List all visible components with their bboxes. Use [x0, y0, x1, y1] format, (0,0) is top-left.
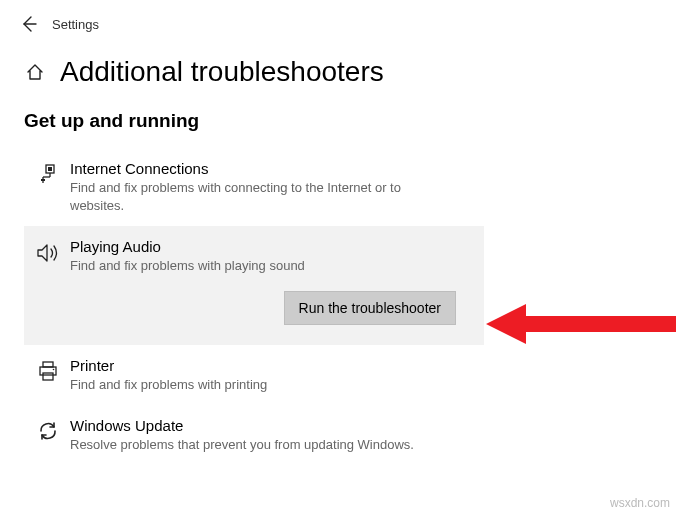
troubleshooter-list: Internet Connections Find and fix proble… — [24, 148, 484, 466]
section-title: Get up and running — [24, 110, 656, 132]
item-title: Playing Audio — [70, 238, 456, 255]
title-bar: Settings — [0, 0, 680, 42]
window-title: Settings — [52, 17, 99, 32]
troubleshooter-windows-update[interactable]: Windows Update Resolve problems that pre… — [24, 405, 484, 466]
svg-rect-6 — [41, 179, 45, 181]
home-button[interactable] — [24, 61, 46, 83]
run-troubleshooter-button[interactable]: Run the troubleshooter — [284, 291, 456, 325]
page-title: Additional troubleshooters — [60, 56, 384, 88]
red-arrow-icon — [486, 302, 676, 346]
item-desc: Find and fix problems with connecting to… — [70, 179, 456, 214]
back-button[interactable] — [14, 10, 42, 38]
watermark: wsxdn.com — [610, 496, 670, 510]
item-title: Windows Update — [70, 417, 456, 434]
svg-rect-2 — [48, 167, 52, 171]
troubleshooter-playing-audio[interactable]: Playing Audio Find and fix problems with… — [24, 226, 484, 345]
update-icon — [32, 417, 64, 454]
item-desc: Resolve problems that prevent you from u… — [70, 436, 456, 454]
item-title: Internet Connections — [70, 160, 456, 177]
home-icon — [25, 62, 45, 82]
annotation-arrow — [486, 302, 676, 346]
svg-rect-7 — [43, 362, 53, 367]
troubleshooter-printer[interactable]: Printer Find and fix problems with print… — [24, 345, 484, 406]
arrow-left-icon — [19, 15, 37, 33]
svg-marker-11 — [486, 304, 676, 344]
content-area: Additional troubleshooters Get up and ru… — [0, 42, 680, 482]
item-title: Printer — [70, 357, 456, 374]
network-icon — [32, 160, 64, 214]
svg-rect-9 — [43, 373, 53, 380]
svg-point-10 — [53, 368, 55, 370]
item-desc: Find and fix problems with printing — [70, 376, 456, 394]
item-desc: Find and fix problems with playing sound — [70, 257, 456, 275]
troubleshooter-internet-connections[interactable]: Internet Connections Find and fix proble… — [24, 148, 484, 226]
audio-icon — [32, 238, 64, 325]
printer-icon — [32, 357, 64, 394]
page-header: Additional troubleshooters — [24, 56, 656, 88]
